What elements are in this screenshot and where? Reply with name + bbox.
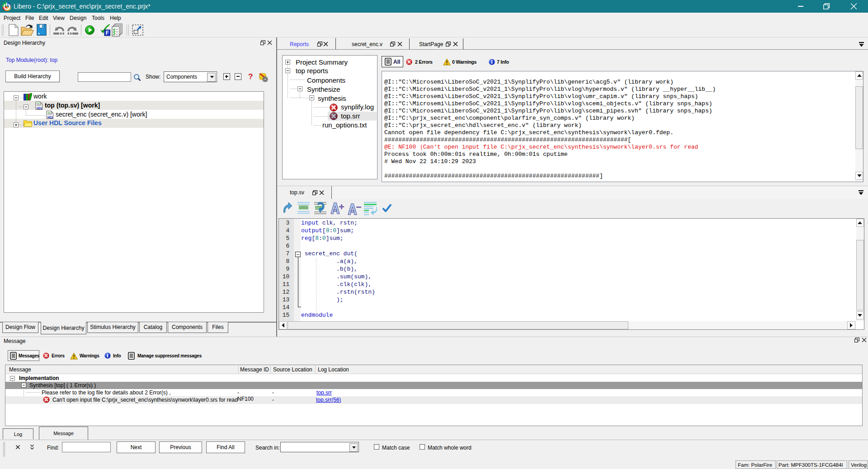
svg-text:HDL: HDL	[47, 116, 53, 119]
svg-text:F: F	[106, 30, 109, 36]
svg-text:HDL: HDL	[37, 107, 42, 110]
